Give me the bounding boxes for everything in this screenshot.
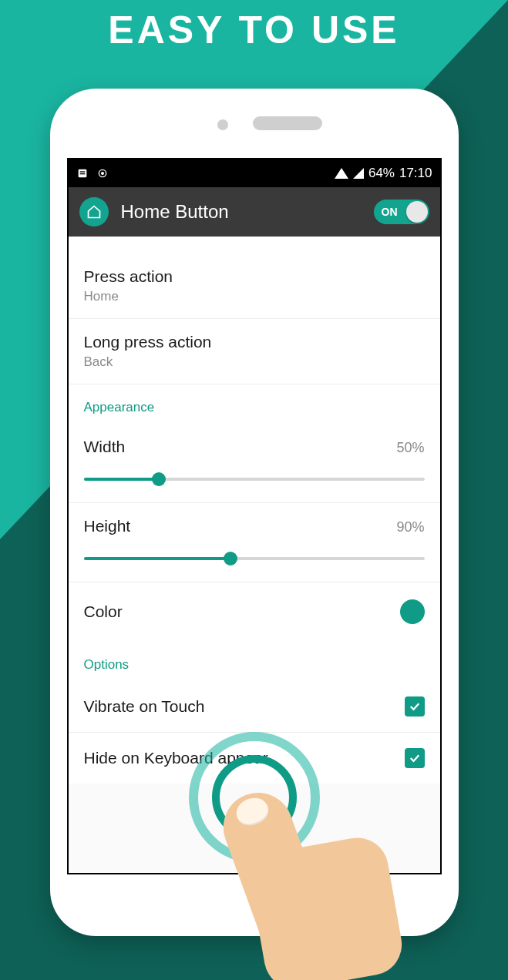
battery-text: 64% bbox=[368, 166, 395, 181]
target-icon bbox=[96, 167, 109, 180]
notification-icon bbox=[76, 167, 89, 180]
phone-screen: 64% 17:10 Home Button ON Press action Ho… bbox=[67, 158, 442, 874]
svg-rect-2 bbox=[79, 173, 85, 174]
setting-title: Press action bbox=[84, 267, 425, 286]
slider-width[interactable]: Width 50% bbox=[69, 424, 440, 503]
section-options: Options bbox=[69, 642, 440, 681]
status-bar: 64% 17:10 bbox=[69, 159, 440, 187]
setting-title: Long press action bbox=[84, 333, 425, 351]
settings-list: Press action Home Long press action Back… bbox=[69, 237, 440, 784]
svg-rect-1 bbox=[79, 171, 85, 172]
slider-track[interactable] bbox=[84, 478, 425, 481]
toggle-label: ON bbox=[382, 206, 398, 218]
slider-value: 90% bbox=[396, 519, 424, 535]
app-bar: Home Button ON bbox=[69, 187, 440, 237]
slider-label: Height bbox=[84, 517, 131, 535]
status-time: 17:10 bbox=[399, 166, 432, 181]
app-bar-title: Home Button bbox=[121, 201, 229, 223]
color-label: Color bbox=[84, 602, 123, 621]
slider-thumb[interactable] bbox=[152, 472, 166, 486]
option-label: Hide on Keyboard appear bbox=[84, 749, 268, 767]
svg-point-4 bbox=[101, 173, 103, 175]
slider-track[interactable] bbox=[84, 557, 425, 560]
setting-color[interactable]: Color bbox=[69, 582, 440, 642]
slider-label: Width bbox=[84, 438, 126, 456]
promo-background: EASY TO USE 64% 17:10 bbox=[0, 0, 508, 980]
setting-press-action[interactable]: Press action Home bbox=[69, 237, 440, 319]
color-swatch[interactable] bbox=[400, 599, 425, 624]
phone-frame: 64% 17:10 Home Button ON Press action Ho… bbox=[50, 89, 459, 936]
home-icon[interactable] bbox=[79, 197, 109, 227]
slider-height[interactable]: Height 90% bbox=[69, 503, 440, 582]
option-label: Vibrate on Touch bbox=[84, 697, 205, 716]
slider-fill bbox=[84, 478, 159, 481]
cellular-icon bbox=[353, 168, 364, 179]
slider-value: 50% bbox=[396, 440, 424, 456]
phone-camera-dot bbox=[217, 119, 228, 130]
phone-speaker bbox=[253, 116, 322, 130]
checkbox-checked-icon[interactable] bbox=[405, 696, 425, 717]
wifi-icon bbox=[335, 168, 348, 179]
slider-fill bbox=[84, 557, 230, 560]
option-vibrate[interactable]: Vibrate on Touch bbox=[69, 681, 440, 733]
checkbox-checked-icon[interactable] bbox=[405, 748, 425, 768]
toggle-knob bbox=[406, 201, 428, 223]
master-toggle[interactable]: ON bbox=[374, 200, 429, 224]
setting-long-press-action[interactable]: Long press action Back bbox=[69, 319, 440, 384]
section-appearance: Appearance bbox=[69, 384, 440, 424]
setting-value: Home bbox=[84, 289, 425, 304]
promo-headline: EASY TO USE bbox=[0, 8, 508, 52]
option-hide-keyboard[interactable]: Hide on Keyboard appear bbox=[69, 733, 440, 784]
setting-value: Back bbox=[84, 354, 425, 370]
slider-thumb[interactable] bbox=[224, 552, 237, 566]
